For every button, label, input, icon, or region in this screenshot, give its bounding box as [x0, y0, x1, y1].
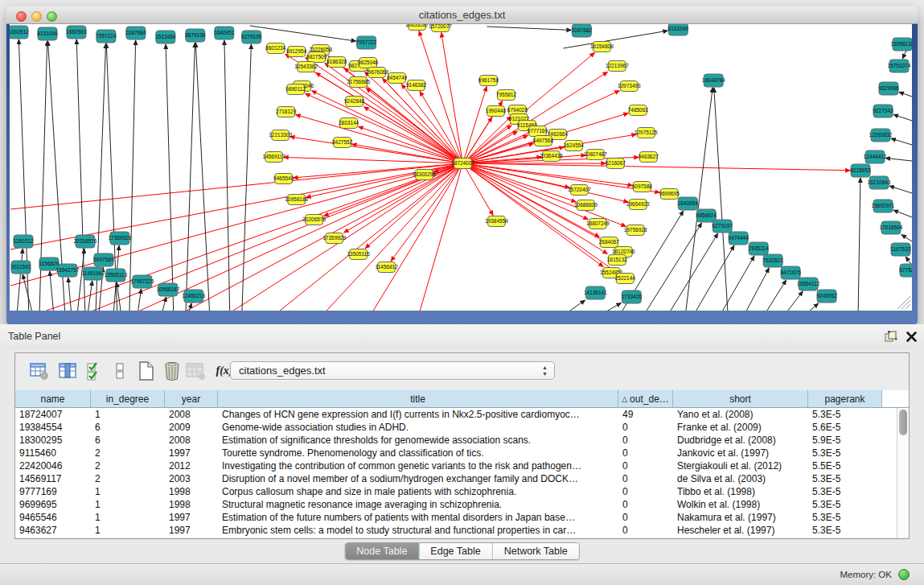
graph-node-yellow[interactable]: 14569117	[263, 152, 286, 163]
graph-node-teal[interactable]: 2087684	[125, 27, 146, 39]
table-cell[interactable]: 9465546	[15, 511, 91, 524]
graph-node-yellow[interactable]: 9465546	[273, 174, 294, 184]
graph-node-yellow[interactable]: 15720407	[568, 185, 591, 196]
new-table-button[interactable]	[136, 360, 157, 381]
graph-node-yellow[interactable]: 2803144	[339, 118, 359, 129]
table-selector-dropdown[interactable]: citations_edges.txt ▲▼	[230, 361, 555, 380]
graph-node-teal[interactable]: 1640954	[678, 197, 699, 210]
graph-node-teal[interactable]: 9245052	[816, 290, 837, 303]
graph-node-yellow[interactable]: 13505115	[347, 249, 370, 260]
tab-network-table[interactable]: Network Table	[493, 543, 579, 559]
graph-node-yellow[interactable]: 10688609	[574, 200, 598, 211]
graph-node-yellow[interactable]: 10807487	[584, 150, 607, 160]
graph-node-teal[interactable]: 6279197	[713, 220, 733, 233]
table-cell[interactable]: 5.3E-5	[808, 485, 882, 498]
table-cell[interactable]: 5.6E-5	[808, 421, 882, 434]
graph-node-yellow[interactable]: 8601234	[265, 43, 286, 54]
table-cell[interactable]: 2009	[165, 421, 218, 434]
table-cell[interactable]: Embryonic stem cells: a model to study s…	[218, 524, 618, 537]
graph-node-yellow[interactable]: 2522144	[615, 274, 636, 284]
column-header-short[interactable]: short	[673, 389, 808, 408]
graph-node-teal[interactable]: 6775281	[899, 264, 912, 277]
graph-node-yellow[interactable]: 20206578	[302, 215, 326, 225]
graph-node-yellow[interactable]: 8454749	[387, 73, 408, 84]
table-cell[interactable]: 0	[618, 472, 673, 485]
table-cell[interactable]: 5.3E-5	[808, 408, 882, 421]
graph-node-yellow[interactable]: 1990448	[486, 106, 507, 117]
graph-node-teal[interactable]: 15692971	[872, 200, 895, 212]
table-cell[interactable]: 2	[91, 447, 165, 459]
graph-node-teal[interactable]: 13942757	[56, 264, 80, 277]
graph-node-yellow[interactable]: 6497568	[533, 136, 554, 146]
graph-node-teal[interactable]: 9329966	[878, 82, 899, 95]
graph-node-teal[interactable]: 10654112	[797, 278, 820, 290]
graph-node-yellow[interactable]: 9242848	[344, 97, 365, 107]
graph-node-teal[interactable]: 8131049	[668, 24, 689, 35]
table-row[interactable]: 1456911722003Disruption of a novel membe…	[15, 472, 897, 485]
table-cell[interactable]: Estimation of the future numbers of pati…	[218, 511, 618, 524]
table-cell[interactable]: 5.9E-5	[808, 434, 882, 447]
graph-node-teal[interactable]: 12093832	[869, 129, 893, 142]
graph-node-yellow[interactable]: 12975125	[634, 128, 658, 138]
graph-node-teal[interactable]: 10958187	[156, 283, 179, 296]
graph-node-teal[interactable]: 9474444	[729, 232, 749, 245]
graph-node-yellow[interactable]: 10653287	[405, 24, 429, 31]
graph-node-teal[interactable]: 8215953	[850, 164, 871, 177]
table-cell[interactable]: 5.5E-5	[808, 459, 882, 472]
table-cell[interactable]: 5.3E-5	[808, 498, 882, 511]
table-cell[interactable]: 6	[91, 434, 165, 447]
graph-node-teal[interactable]: 1167533	[891, 243, 911, 256]
table-cell[interactable]: 1998	[165, 498, 218, 511]
table-row[interactable]: 946362711997Embryonic stem cells: a mode…	[15, 524, 897, 537]
graph-node-teal[interactable]: 14136141	[584, 286, 607, 299]
memory-status-indicator[interactable]	[898, 569, 910, 580]
table-cell[interactable]: 2008	[165, 408, 218, 421]
table-cell[interactable]: 9777169	[15, 485, 91, 498]
graph-node-teal[interactable]: 7632621	[763, 254, 784, 267]
table-cell[interactable]: 9463627	[15, 524, 91, 537]
table-cell[interactable]: 14569117	[15, 472, 91, 485]
table-row[interactable]: 969969511998Structural magnetic resonanc…	[15, 498, 897, 511]
table-cell[interactable]: 1997	[165, 447, 218, 459]
graph-node-teal[interactable]: 2087682	[572, 24, 593, 37]
table-cell[interactable]: Genome-wide association studies in ADHD.	[218, 421, 618, 434]
table-row[interactable]: 1830029562008Estimation of significance …	[15, 434, 897, 447]
graph-node-yellow[interactable]: 8427552	[332, 138, 353, 148]
show-columns-button[interactable]	[57, 360, 78, 381]
table-cell[interactable]: 2003	[165, 472, 218, 485]
table-cell[interactable]: 0	[618, 498, 673, 511]
graph-node-yellow[interactable]: 19654923	[626, 200, 650, 210]
table-cell[interactable]: Hescheler et al. (1997)	[673, 524, 808, 537]
graph-node-teal[interactable]: 20206576	[73, 235, 97, 248]
column-header-in_degree[interactable]: in_degree	[91, 389, 165, 408]
graph-node-teal[interactable]: 1733426	[622, 290, 643, 303]
graph-node-teal[interactable]: 8471676	[781, 266, 802, 279]
table-cell[interactable]: 2012	[165, 459, 218, 472]
table-cell[interactable]: 0	[618, 434, 673, 447]
graph-node-yellow[interactable]: 31756685	[347, 77, 370, 88]
graph-node-yellow[interactable]: 1615132	[607, 255, 628, 266]
tab-edge-table[interactable]: Edge Table	[419, 543, 492, 559]
graph-node-teal[interactable]: 3911591	[11, 261, 31, 274]
graph-node-teal[interactable]: 17957225	[130, 275, 154, 288]
graph-node-teal[interactable]: 15958132	[891, 38, 912, 51]
graph-node-yellow[interactable]: 6216067	[606, 159, 626, 169]
graph-node-teal[interactable]: 12450218	[182, 290, 205, 303]
graph-node-teal[interactable]: 11451942	[82, 267, 105, 280]
table-cell[interactable]: 0	[618, 524, 673, 537]
graph-node-yellow[interactable]: 10958188	[285, 195, 308, 205]
table-cell[interactable]: 1998	[165, 485, 218, 498]
graph-node-teal[interactable]: 13505113	[105, 269, 128, 282]
table-cell[interactable]: 5.3E-5	[808, 511, 882, 524]
table-cell[interactable]: 5.3E-5	[808, 524, 882, 537]
tab-node-table[interactable]: Node Table	[345, 543, 419, 559]
graph-node-teal[interactable]: 1150312	[14, 235, 34, 248]
table-row[interactable]: 1872400712008Changes of HCN gene express…	[15, 408, 897, 421]
graph-node-yellow[interactable]: 19384554	[485, 216, 508, 227]
table-cell[interactable]: 19384554	[15, 421, 91, 434]
table-cell[interactable]: Franke et al. (2009)	[673, 421, 808, 434]
table-cell[interactable]: 1997	[165, 524, 218, 537]
table-cell[interactable]: 6	[91, 421, 165, 434]
table-cell[interactable]: 1997	[165, 511, 218, 524]
table-cell[interactable]: Tibbo et al. (1998)	[673, 485, 808, 498]
